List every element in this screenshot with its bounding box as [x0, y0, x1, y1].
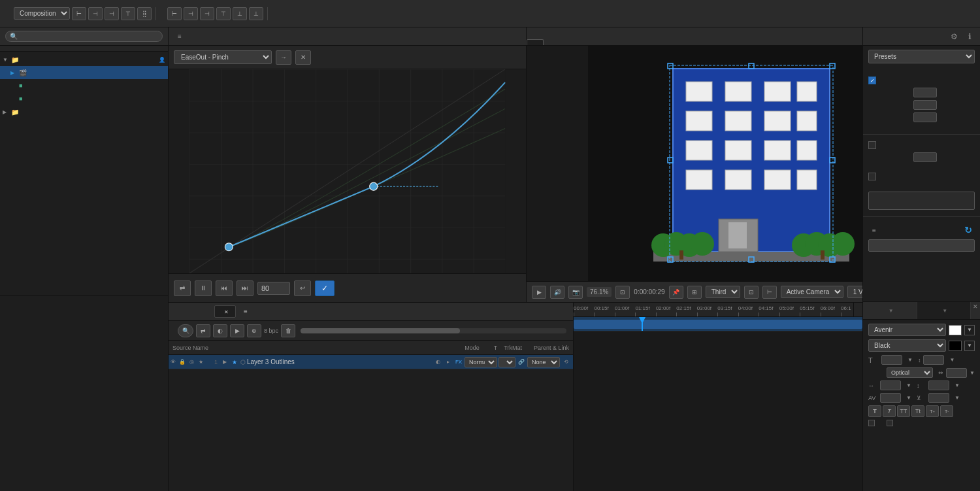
interval-input[interactable]	[913, 88, 937, 97]
bold-btn[interactable]: T	[868, 405, 881, 417]
preview-tab-keyframe[interactable]	[527, 39, 544, 45]
parent-select[interactable]: None	[527, 357, 560, 367]
tl-btn-4[interactable]: ⊕	[247, 324, 261, 337]
typography-close[interactable]: ✕	[971, 302, 980, 311]
scale-h-dropdown[interactable]: ▼	[906, 382, 911, 388]
leading-dropdown[interactable]: ▼	[949, 357, 955, 363]
tl-btn-3[interactable]: ▶	[230, 324, 244, 337]
camera-select[interactable]: Active Camera	[781, 286, 843, 298]
lp-link[interactable]: 🔗	[517, 358, 526, 367]
optical-select[interactable]: Optical	[887, 367, 933, 378]
intensity-input[interactable]	[913, 152, 937, 162]
vis-lock[interactable]: 🔒	[178, 359, 187, 365]
leading-input[interactable]	[923, 355, 944, 365]
delete-preset-btn[interactable]: ✕	[295, 50, 311, 65]
dist-left-btn[interactable]: ⊢	[167, 7, 182, 20]
hindi-digits-checkbox[interactable]	[887, 420, 893, 426]
vis-fx[interactable]: ★	[196, 359, 205, 365]
copy-input[interactable]	[868, 239, 975, 252]
tab-menu[interactable]: ≡	[237, 306, 254, 317]
lp-link2[interactable]: ⟲	[561, 358, 570, 367]
copy-pasta-menu[interactable]: ≡	[872, 227, 876, 234]
preview-snap-btn[interactable]: 📌	[669, 286, 683, 299]
tree-item-keyframe-example[interactable]: ▶ 🎬	[0, 66, 168, 79]
skip-forward-btn[interactable]: ⏭	[237, 280, 253, 296]
tab-layer-example[interactable]	[200, 310, 213, 314]
duration-input[interactable]	[913, 100, 937, 110]
text-color-swatch[interactable]	[949, 325, 962, 335]
layer-toggle-1[interactable]: ▶	[220, 357, 230, 367]
dist-top-btn[interactable]: ⊤	[216, 7, 231, 20]
blend-mode-select[interactable]: Normal	[465, 357, 497, 367]
scale-v-input[interactable]	[928, 381, 949, 390]
dist-right-btn[interactable]: ⊣	[200, 7, 214, 20]
tab-render-queue[interactable]	[171, 310, 184, 314]
add-preset-btn[interactable]: →	[276, 50, 291, 65]
value-input[interactable]	[257, 282, 290, 295]
lp-btn-2[interactable]: ▸	[444, 358, 453, 367]
remove-frames-checkbox[interactable]	[868, 141, 876, 149]
info-icon[interactable]	[510, 109, 523, 122]
preview-fit-btn[interactable]: ⊡	[615, 286, 630, 299]
preview-camera-btn[interactable]: 📷	[568, 286, 583, 299]
tab-character[interactable]: ▼	[917, 302, 972, 319]
dist-v-btn[interactable]: ⊥	[233, 7, 247, 20]
baseline-input[interactable]	[928, 393, 949, 403]
duplicate-checkbox[interactable]: ✓	[868, 76, 876, 84]
right-settings-icon[interactable]: ⚙	[947, 30, 960, 43]
views-select[interactable]: 1 View	[847, 286, 862, 298]
baseline-dropdown[interactable]: ▼	[955, 395, 960, 401]
layer-row-1[interactable]: 👁 🔒 ◎ ★ 1 ▶ ★ ⬡ Layer 3 Outlines ◐	[169, 355, 573, 369]
small-caps-btn[interactable]: Tt	[911, 405, 924, 417]
tl-search[interactable]: 🔍	[178, 324, 193, 337]
vis-eye[interactable]: 👁	[169, 359, 178, 365]
color-options-btn[interactable]: ▼	[964, 325, 975, 335]
tl-btn-2[interactable]: ◐	[213, 324, 227, 337]
tab-paragraph[interactable]: ▼	[863, 302, 917, 319]
italic-btn[interactable]: T	[883, 405, 896, 417]
preset-select[interactable]: EaseOut - Pinch	[174, 50, 272, 64]
preview-audio-btn[interactable]: 🔊	[550, 286, 564, 299]
align-right-btn[interactable]: ⊣	[105, 7, 119, 20]
scale-v-dropdown[interactable]: ▼	[955, 382, 960, 388]
preview-extra1-btn[interactable]: ⊡	[744, 286, 759, 299]
search-box[interactable]: 🔍	[5, 31, 163, 42]
align-top-btn[interactable]: ⊤	[121, 7, 135, 20]
sub-btn[interactable]: T-	[940, 405, 953, 417]
tree-item-assets[interactable]: ▶ 📁	[0, 105, 168, 118]
z-icon[interactable]	[510, 75, 523, 88]
all-caps-btn[interactable]: TT	[897, 405, 910, 417]
tab-keyframe-example[interactable]: ✕	[214, 305, 236, 318]
tracking-input[interactable]	[946, 368, 967, 378]
presets-dropdown[interactable]: Presets	[868, 50, 975, 63]
curve-menu-icon[interactable]: ≡	[178, 33, 182, 40]
size-dropdown[interactable]: ▼	[907, 357, 913, 363]
kern-input[interactable]	[880, 393, 901, 403]
stroke-color-swatch[interactable]	[949, 341, 962, 351]
confirm-btn[interactable]: ✓	[315, 280, 335, 296]
font-weight-select[interactable]: Black	[868, 339, 946, 352]
refresh-btn[interactable]: ↻	[962, 224, 975, 237]
force-rerender-checkbox[interactable]	[868, 173, 876, 180]
align-center-h-btn[interactable]: ⊣	[88, 7, 103, 20]
tab-ui-example[interactable]	[186, 310, 199, 314]
font-size-input[interactable]	[881, 355, 902, 365]
view-select[interactable]: Third	[706, 286, 740, 298]
lp-btn-1[interactable]: ◐	[433, 358, 442, 367]
work-area-bar[interactable]	[574, 320, 862, 329]
lp-btn-fx[interactable]: FX	[454, 358, 463, 367]
undo-btn[interactable]: ↩	[294, 280, 311, 296]
font-family-select[interactable]: Avenir	[868, 324, 946, 336]
right-info-icon[interactable]: ℹ	[963, 30, 976, 43]
tab-close-icon[interactable]: ✕	[224, 309, 229, 315]
tree-item-ui-example[interactable]: ■	[0, 92, 168, 105]
tmat-select[interactable]	[498, 357, 515, 367]
preview-extra2-btn[interactable]: ⊢	[762, 286, 777, 299]
swap-btn[interactable]: ⇄	[174, 280, 191, 296]
dist-center-btn[interactable]: ⊣	[184, 7, 198, 20]
tree-item-layer-example[interactable]: ■	[0, 79, 168, 92]
preview-grid-btn[interactable]: ⊞	[687, 286, 702, 299]
stroke-options-btn[interactable]: ▼	[964, 341, 975, 351]
end-input[interactable]	[913, 112, 937, 122]
dist-bottom-btn[interactable]: ⊥	[249, 7, 263, 20]
